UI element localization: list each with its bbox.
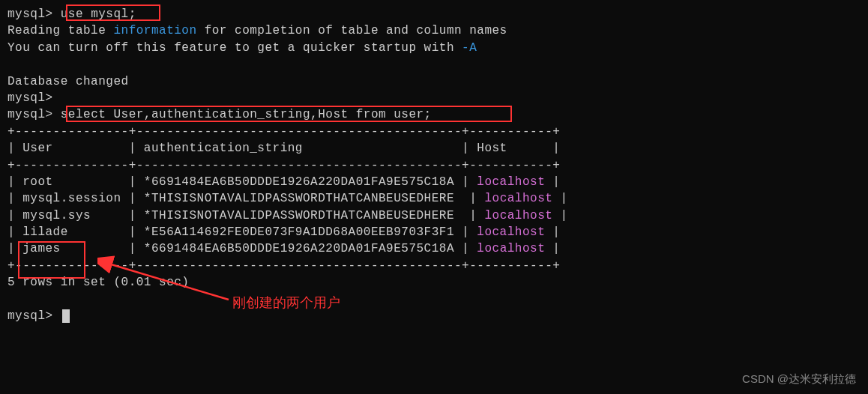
db-changed: Database changed [7,73,861,90]
terminal-line: You can turn off this feature to get a q… [7,40,861,56]
terminal-blank [7,56,861,73]
watermark: CSDN @达米安利拉德 [742,371,856,387]
cmd-select: select User,authentication_string,Host f… [61,108,432,121]
terminal-line: mysql> [7,308,861,324]
mysql-prompt: mysql> [7,91,53,105]
terminal-blank [7,291,861,308]
host-value: localhost [477,225,545,239]
table-header: | User | authentication_string | Host | [7,140,861,157]
table-row: | root | *6691484EA6B50DDDE1926A220DA01F… [7,174,861,190]
terminal-line: mysql> use mysql; [7,6,861,22]
host-value: localhost [477,242,545,255]
terminal-line: Reading table information for completion… [7,22,861,39]
cmd-use-mysql: use mysql; [61,7,136,21]
host-value: localhost [477,175,545,189]
cursor-icon[interactable] [62,309,70,323]
table-border-bottom: +---------------+-----------------------… [7,258,861,274]
mysql-prompt: mysql> [7,7,53,21]
terminal-line: mysql> [7,90,861,106]
flag-a: -A [462,41,477,55]
table-border-mid: +---------------+-----------------------… [7,157,861,174]
host-value: localhost [484,209,552,222]
table-row: | mysql.session | *THISISNOTAVALIDPASSWO… [7,190,861,207]
info-link: information [113,24,196,37]
table-border-top: +---------------+-----------------------… [7,124,861,140]
host-value: localhost [484,192,552,205]
mysql-prompt: mysql> [7,108,53,121]
result-summary: 5 rows in set (0.01 sec) [7,274,861,291]
mysql-prompt: mysql> [7,309,53,323]
terminal-line: mysql> select User,authentication_string… [7,106,861,123]
table-row: | james | *6691484EA6B50DDDE1926A220DA01… [7,240,861,257]
table-row: | lilade | *E56A114692FE0DE073F9A1DD68A0… [7,224,861,240]
table-row: | mysql.sys | *THISISNOTAVALIDPASSWORDTH… [7,207,861,224]
